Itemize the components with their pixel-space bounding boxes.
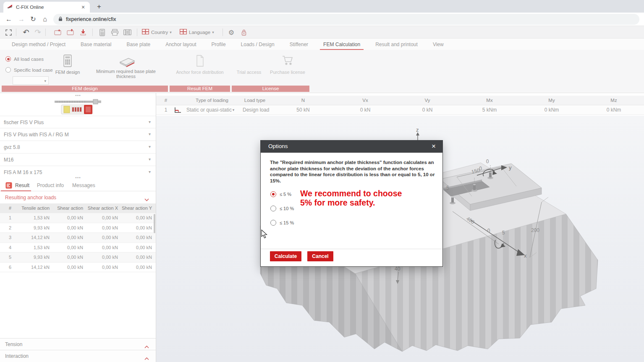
section-interaction[interactable]: Interaction <box>0 350 156 362</box>
load-type-icon <box>174 107 182 115</box>
tab-loads-design[interactable]: Loads / Design <box>233 39 282 50</box>
tab-base-material[interactable]: Base material <box>73 39 119 50</box>
rot-x-value2: 5 <box>502 230 505 236</box>
radio-le-10-percent[interactable]: ≤ 10 % <box>270 206 294 211</box>
reload-icon[interactable]: ↻ <box>28 14 39 25</box>
rot-y-value: 0 <box>486 159 489 164</box>
table-row[interactable]: 59,93 kN0,00 kN0,00 kN0,00 kN <box>0 253 156 263</box>
cancel-button[interactable]: Cancel <box>307 251 333 261</box>
min-plate-thickness-icon[interactable] <box>117 57 136 70</box>
film-icon[interactable] <box>123 28 132 37</box>
loads-table-header: # Type of loading Load type N Vx Vy Mx M… <box>156 96 644 105</box>
purchase-license-button[interactable]: Purchase license <box>270 70 305 75</box>
dim-200-label: 200 <box>531 227 539 233</box>
select-product[interactable]: fischer FIS V Plus▾ <box>0 116 156 128</box>
tab-fem-calculation[interactable]: FEM Calculation <box>316 39 368 50</box>
country-label: Country <box>151 30 168 35</box>
tab-view[interactable]: View <box>425 39 451 50</box>
loads-table-row[interactable]: 1 Static or quasi-static ▾ Design load 5… <box>156 105 644 115</box>
tab-title: C-FIX Online <box>16 5 80 10</box>
save-download-icon[interactable] <box>79 28 87 37</box>
type-of-loading-select[interactable]: Static or quasi-static <box>186 107 232 113</box>
min-plate-thickness-button[interactable]: Minimum required base plate thickness <box>90 69 162 79</box>
browser-tab[interactable]: C-FIX Online × <box>3 2 90 13</box>
fullscreen-icon[interactable] <box>4 28 13 37</box>
anchor-force-distribution-button[interactable]: Anchor force distribution <box>176 70 223 75</box>
back-icon[interactable]: ← <box>3 14 14 25</box>
ribbon-group-result-fem: Anchor force distribution Result FEM <box>170 51 230 92</box>
tab-anchor-layout[interactable]: Anchor layout <box>158 39 204 50</box>
settings-gear-icon[interactable]: ⚙ <box>227 28 236 37</box>
table-row[interactable]: 314,12 kN0,00 kN0,00 kN0,00 kN <box>0 233 156 243</box>
tab-stiffener[interactable]: Stiffener <box>282 39 316 50</box>
menu-tabbar: Design method / Project Base material Ba… <box>0 39 644 50</box>
chevron-up-icon <box>144 343 149 350</box>
language-flag-icon <box>180 29 187 36</box>
app-toolbar: ↶ ↷ Country ▾ Language ▾ <box>0 26 644 39</box>
result-tab-icon <box>5 182 12 190</box>
x-axis-label: x <box>524 253 527 259</box>
close-icon[interactable]: × <box>429 141 439 151</box>
trial-access-button[interactable]: Trial access <box>237 70 261 75</box>
fem-design-button[interactable]: FEM design <box>55 70 80 75</box>
forward-icon[interactable]: → <box>16 14 27 25</box>
license-lock-icon[interactable] <box>240 28 248 37</box>
calculator-icon[interactable] <box>98 28 106 37</box>
chevron-down-icon: ▾ <box>212 30 214 34</box>
chevron-down-icon: ▾ <box>149 169 151 174</box>
radio-le-5-percent[interactable]: ≤ 5 % <box>270 191 291 197</box>
undo-icon[interactable]: ↶ <box>21 28 31 37</box>
printer-icon[interactable] <box>110 28 119 37</box>
language-dropdown[interactable]: Language ▾ <box>180 28 214 37</box>
radio-le-15-percent[interactable]: ≤ 15 % <box>270 220 294 226</box>
radio-icon <box>270 206 276 211</box>
select-steel-grade[interactable]: gvz 5.8▾ <box>0 141 156 154</box>
radio-icon <box>270 191 276 197</box>
dim-40-label: 40 <box>395 266 401 272</box>
new-project-icon[interactable] <box>54 28 62 37</box>
dialog-titlebar[interactable]: Options × <box>260 140 443 153</box>
anchor-force-label: 5 <box>446 185 449 191</box>
chevron-down-icon: ▾ <box>149 157 151 161</box>
calculate-button[interactable]: Calculate <box>270 251 301 261</box>
chevron-down-icon: ▾ <box>44 79 46 83</box>
tab-result-and-printout[interactable]: Result and printout <box>368 39 425 50</box>
select-size[interactable]: M16▾ <box>0 154 156 166</box>
country-dropdown[interactable]: Country ▾ <box>142 28 172 37</box>
anchor-force-distribution-icon <box>195 55 205 69</box>
load-case-select[interactable]: ▾ <box>13 76 49 85</box>
radio-specific-load-case[interactable]: Specific load case <box>5 67 53 73</box>
chevron-down-icon: ▾ <box>149 144 151 149</box>
open-project-icon[interactable] <box>66 28 75 37</box>
table-row[interactable]: 11,53 kN0,00 kN0,00 kN0,00 kN <box>0 213 156 223</box>
chevron-up-icon <box>144 354 149 362</box>
country-flag-icon <box>142 29 149 36</box>
fem-design-icon[interactable] <box>63 55 73 70</box>
purchase-cart-icon <box>282 55 293 68</box>
table-row[interactable]: 614,12 kN0,00 kN0,00 kN0,00 kN <box>0 263 156 273</box>
tab-design-method-project[interactable]: Design method / Project <box>4 39 73 50</box>
tab-product-info[interactable]: Product info <box>37 180 64 191</box>
tab-messages[interactable]: Messages <box>72 180 95 191</box>
section-resulting-anchor-loads[interactable]: Resulting anchor loads <box>0 191 156 203</box>
table-row[interactable]: 29,93 kN0,00 kN0,00 kN0,00 kN <box>0 223 156 233</box>
tab-base-plate[interactable]: Base plate <box>119 39 158 50</box>
table-row[interactable]: 41,53 kN0,00 kN0,00 kN0,00 kN <box>0 243 156 253</box>
redo-icon[interactable]: ↷ <box>33 28 43 37</box>
y-axis-label: y <box>509 164 512 171</box>
section-tension[interactable]: Tension <box>0 338 156 350</box>
tab-profile[interactable]: Profile <box>204 39 233 50</box>
tab-result[interactable]: Result <box>15 180 29 191</box>
home-icon[interactable]: ⌂ <box>39 14 50 25</box>
sidebar-scrollbar[interactable] <box>154 214 155 233</box>
new-tab-button[interactable]: + <box>94 2 104 12</box>
url-bar[interactable]: fixperience.online/cfix <box>53 14 639 25</box>
language-label: Language <box>189 30 210 35</box>
select-system[interactable]: FIS V Plus with FIS A / RG M▾ <box>0 128 156 141</box>
browser-tabstrip: C-FIX Online × + <box>0 0 644 13</box>
chevron-down-icon: ▾ <box>170 30 172 34</box>
tab-close-icon[interactable]: × <box>80 4 86 10</box>
radio-all-load-cases[interactable]: All load cases <box>5 56 44 62</box>
padlock-icon <box>58 16 63 23</box>
ribbon-group-fem-design: All load cases Specific load case ▾ FEM … <box>2 51 168 92</box>
